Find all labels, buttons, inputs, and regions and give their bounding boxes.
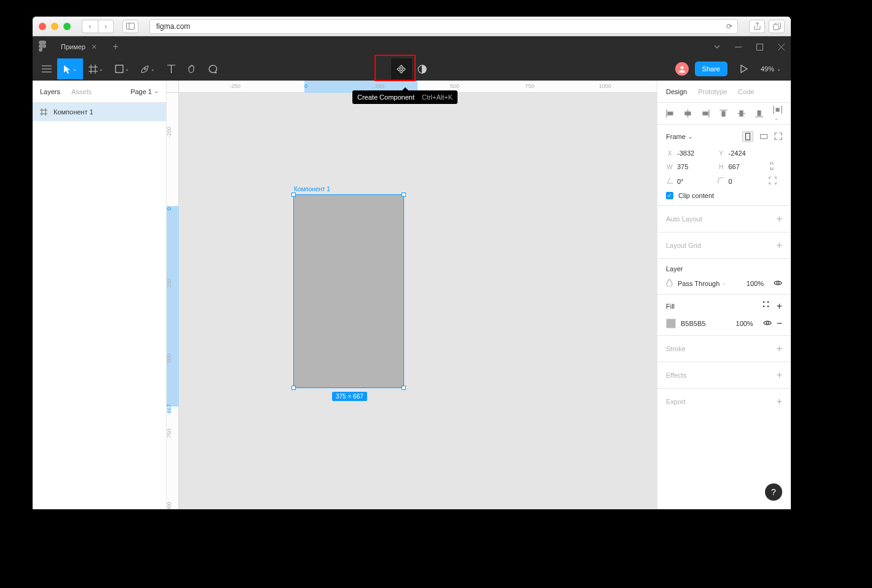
fill-swatch[interactable] [666,319,676,328]
auto-layout-section[interactable]: Auto Layout + [657,206,791,232]
align-right-icon[interactable] [702,109,710,117]
back-button[interactable]: ‹ [82,20,98,33]
y-field[interactable]: Y-2424 [718,149,766,157]
rectangle-tool[interactable]: ⌄ [109,58,135,79]
align-top-icon[interactable] [719,109,727,117]
share-button[interactable]: Share [695,62,727,76]
clip-content-row[interactable]: ✓ Clip content [666,192,782,199]
minimize-window-button[interactable] [51,23,58,30]
window-controls [714,44,785,50]
resize-handle-sw[interactable] [291,386,296,390]
maximize-window-button[interactable] [63,23,71,30]
frame-tool[interactable]: ⌄ [83,58,109,79]
h-field[interactable]: H667 [718,163,766,170]
distribute-icon[interactable]: ⌄ [773,106,782,121]
sidebar-toggle-button[interactable] [122,20,138,33]
svg-point-47 [766,322,769,324]
align-left-icon[interactable] [666,109,674,117]
close-tab-icon[interactable]: × [92,42,97,52]
selected-frame[interactable]: Компонент 1 [294,195,403,387]
clip-content-checkbox[interactable]: ✓ [666,192,673,199]
tab-code[interactable]: Code [738,88,754,95]
present-button[interactable] [734,58,755,79]
effects-section[interactable]: Effects + [657,362,791,389]
tab-prototype[interactable]: Prototype [698,88,727,95]
dimensions-badge: 375 × 667 [332,392,367,401]
blend-mode-icon[interactable] [666,279,673,288]
resize-handle-se[interactable] [402,386,406,390]
add-layout-grid-button[interactable]: + [777,240,782,251]
fill-style-icon[interactable] [763,301,769,312]
url-text: figma.com [156,22,190,31]
layer-opacity-field[interactable]: 100% [747,280,764,287]
rotation-field[interactable]: 0° [666,177,714,185]
maximize-icon[interactable] [756,44,763,50]
figma-logo-icon[interactable] [39,41,46,54]
add-fill-button[interactable]: + [777,301,782,312]
new-tab-button[interactable]: + [113,41,118,52]
independent-corners-icon[interactable] [769,177,782,186]
canvas[interactable]: -250 0 250 500 750 1000 1250 -250 0 250 … [167,81,657,509]
fill-visibility-icon[interactable] [763,320,772,327]
resize-to-fit-icon[interactable] [774,132,782,141]
layout-grid-section[interactable]: Layout Grid + [657,232,791,259]
add-auto-layout-button[interactable]: + [777,213,782,224]
layer-visibility-icon[interactable] [774,280,782,287]
add-stroke-button[interactable]: + [777,343,782,354]
add-export-button[interactable]: + [777,396,782,407]
create-component-button[interactable] [391,58,412,79]
blend-mode-selector[interactable]: Pass Through⌄ [678,280,726,287]
comment-tool[interactable] [202,58,223,79]
right-panel: Design Prototype Code ⌄ Frame⌄ [657,81,791,509]
move-tool[interactable]: ⌄ [57,58,83,79]
w-field[interactable]: W375 [666,163,714,170]
chevron-down-icon[interactable] [714,45,720,49]
frame-label[interactable]: Компонент 1 [294,186,330,193]
svg-rect-5 [757,44,763,50]
ruler-v-selection [167,206,179,407]
orientation-portrait[interactable] [742,131,753,142]
close-icon[interactable] [778,44,785,50]
tabs-browser-button[interactable] [769,20,785,33]
mask-button[interactable] [412,58,433,79]
tab-design[interactable]: Design [666,88,687,95]
fill-opacity-field[interactable]: 100% [736,320,753,327]
hand-tool[interactable] [181,58,202,79]
document-tab[interactable]: Пример × [52,39,103,54]
export-section[interactable]: Export + [657,389,791,415]
text-tool[interactable] [161,58,181,79]
resize-handle-ne[interactable] [402,193,406,197]
align-bottom-icon[interactable] [755,109,763,117]
frame-type-selector[interactable]: Frame⌄ [666,133,692,140]
user-avatar[interactable] [675,62,689,76]
add-effect-button[interactable]: + [777,370,782,381]
orientation-landscape[interactable] [758,131,769,142]
pen-tool[interactable]: ⌄ [135,58,161,79]
page-selector[interactable]: Page 1⌄ [130,88,159,95]
refresh-icon[interactable]: ⟳ [726,22,732,31]
url-bar[interactable]: figma.com ⟳ [149,19,738,34]
x-field[interactable]: X-3832 [666,149,714,157]
tab-assets[interactable]: Assets [71,88,92,95]
forward-button[interactable]: › [98,20,114,33]
tab-layers[interactable]: Layers [40,88,60,95]
layer-name: Компонент 1 [54,108,93,116]
remove-fill-button[interactable]: − [777,318,782,329]
align-h-center-icon[interactable] [684,109,692,117]
traffic-lights [39,23,71,30]
svg-rect-30 [703,112,708,115]
fill-hex-field[interactable]: B5B5B5 [681,320,705,327]
svg-point-20 [680,66,683,70]
constrain-proportions-icon[interactable] [769,162,782,172]
zoom-control[interactable]: 49%⌄ [761,65,781,73]
resize-handle-nw[interactable] [291,193,296,197]
close-window-button[interactable] [39,23,46,30]
layer-row[interactable]: Компонент 1 [33,103,166,121]
share-browser-button[interactable] [749,20,765,33]
radius-field[interactable]: 0 [718,177,766,185]
stroke-section[interactable]: Stroke + [657,336,791,362]
help-button[interactable]: ? [765,483,782,501]
minimize-icon[interactable] [735,44,742,50]
menu-button[interactable] [36,58,57,79]
align-v-center-icon[interactable] [737,109,745,117]
